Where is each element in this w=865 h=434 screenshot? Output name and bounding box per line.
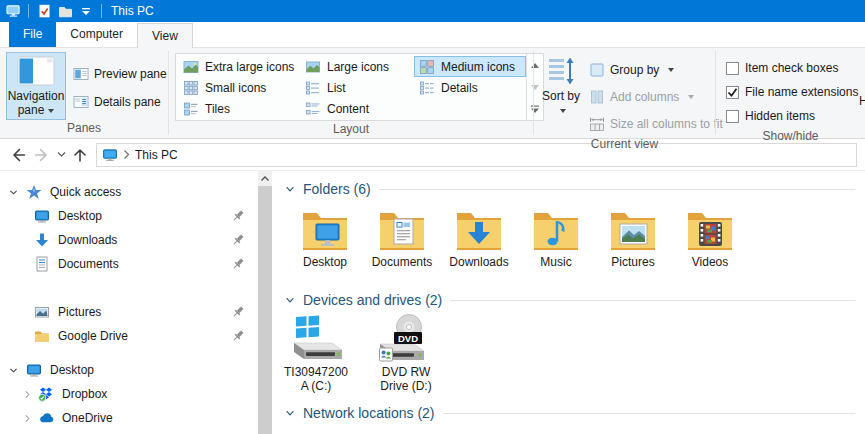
sidebar-item-desktop[interactable]: Desktop xyxy=(0,204,258,228)
folder-tile-downloads[interactable]: Downloads xyxy=(442,207,516,269)
drive-tile-dvd[interactable]: DVD DVD RW Drive (D:) xyxy=(362,314,450,393)
details-pane-button[interactable]: Details pane xyxy=(68,89,172,114)
group-header-folders[interactable]: Folders (6) xyxy=(284,180,855,198)
item-label[interactable]: Desktop xyxy=(303,255,347,269)
tiles-option[interactable]: Tiles xyxy=(178,98,300,119)
item-label[interactable]: Music xyxy=(540,255,571,269)
collapse-chevron-icon[interactable] xyxy=(284,183,296,195)
group-by-button[interactable]: Group by xyxy=(584,58,728,82)
sidebar-item-label[interactable]: Google Drive xyxy=(58,329,128,343)
drive-tile-c[interactable]: TI30947200 A (C:) xyxy=(272,314,360,393)
pin-icon[interactable] xyxy=(230,304,246,320)
extra-large-icons-label: Extra large icons xyxy=(205,60,294,74)
expand-chevron-down-icon[interactable] xyxy=(6,365,20,376)
group-by-icon xyxy=(589,62,605,78)
expand-chevron-down-icon[interactable] xyxy=(6,187,20,198)
item-label[interactable]: Documents xyxy=(372,255,433,269)
size-all-columns-button-disabled[interactable]: Size all columns to fit xyxy=(584,112,728,136)
sidebar-item-label[interactable]: Desktop xyxy=(50,363,94,377)
tab-file[interactable]: File xyxy=(9,22,56,47)
item-check-boxes-checkbox[interactable]: Item check boxes xyxy=(726,56,865,80)
sidebar-item-label[interactable]: Dropbox xyxy=(62,387,107,401)
sort-by-icon xyxy=(547,56,575,86)
folder-tile-desktop[interactable]: Desktop xyxy=(288,207,362,269)
navigation-pane-button[interactable]: Navigation pane xyxy=(6,52,66,120)
group-title[interactable]: Network locations (2) xyxy=(303,405,435,421)
folder-tile-documents[interactable]: Documents xyxy=(365,207,439,269)
medium-icons-option-selected[interactable]: Medium icons xyxy=(414,56,526,77)
sidebar-item-label[interactable]: Quick access xyxy=(50,185,121,199)
layout-group-label: Layout xyxy=(169,121,533,138)
extra-large-icons-option[interactable]: Extra large icons xyxy=(178,56,300,77)
sidebar-item-label[interactable]: Documents xyxy=(58,257,119,271)
window-title: This PC xyxy=(111,4,154,18)
sidebar-item-google-drive[interactable]: Google Drive xyxy=(0,324,258,348)
file-name-extensions-checkbox[interactable]: File name extensions xyxy=(726,80,865,104)
group-title[interactable]: Devices and drives (2) xyxy=(303,292,442,308)
sidebar-item-label[interactable]: OneDrive xyxy=(62,411,113,425)
back-button[interactable] xyxy=(6,143,30,167)
folder-tile-pictures[interactable]: Pictures xyxy=(596,207,670,269)
forward-button-disabled[interactable] xyxy=(30,143,54,167)
breadcrumb-location[interactable]: This PC xyxy=(135,148,178,162)
sidebar-scrollbar[interactable] xyxy=(258,171,272,434)
sort-by-button[interactable]: Sort by xyxy=(540,52,582,136)
scrollbar-thumb[interactable] xyxy=(258,186,272,434)
pin-icon[interactable] xyxy=(230,256,246,272)
hidden-items-checkbox[interactable]: Hidden items xyxy=(726,104,865,128)
group-header-network[interactable]: Network locations (2) xyxy=(284,404,855,422)
sidebar-item-onedrive[interactable]: OneDrive xyxy=(0,406,258,430)
properties-button[interactable] xyxy=(35,2,53,20)
folder-tile-videos[interactable]: Videos xyxy=(673,207,747,269)
content-option[interactable]: Content xyxy=(300,98,414,119)
address-bar[interactable]: This PC xyxy=(96,143,857,167)
recent-locations-dropdown[interactable] xyxy=(54,143,68,167)
add-columns-button-disabled[interactable]: Add columns xyxy=(584,85,728,109)
details-option[interactable]: Details xyxy=(414,77,526,98)
scrollbar-up-arrow[interactable] xyxy=(258,171,272,186)
breadcrumb-chevron-icon[interactable] xyxy=(123,149,130,160)
group-header-devices[interactable]: Devices and drives (2) xyxy=(284,291,855,309)
content-icon xyxy=(305,101,321,117)
preview-pane-button[interactable]: Preview pane xyxy=(68,61,172,86)
sidebar-item-label[interactable]: Pictures xyxy=(58,305,101,319)
expand-chevron-right-icon[interactable] xyxy=(20,389,34,400)
list-option[interactable]: List xyxy=(300,77,414,98)
sidebar-spacer xyxy=(0,348,258,358)
collapse-chevron-icon[interactable] xyxy=(284,407,296,419)
expand-chevron-right-icon[interactable] xyxy=(20,413,34,424)
file-explorer-window: This PC File Computer View Navigation pa… xyxy=(0,0,865,434)
sidebar-item-desktop-tree[interactable]: Desktop xyxy=(0,358,258,382)
dropdown-caret-icon xyxy=(688,95,694,99)
sidebar-item-label[interactable]: Desktop xyxy=(58,209,102,223)
sidebar-item-label[interactable]: Downloads xyxy=(58,233,117,247)
tab-view[interactable]: View xyxy=(137,23,193,48)
up-button[interactable] xyxy=(68,143,92,167)
tab-computer[interactable]: Computer xyxy=(56,22,137,47)
item-label[interactable]: Videos xyxy=(692,255,728,269)
drive-label-line2[interactable]: Drive (D:) xyxy=(380,379,431,393)
sidebar-item-pictures[interactable]: Pictures xyxy=(0,300,258,324)
drive-label-line1[interactable]: TI30947200 xyxy=(284,365,348,379)
large-icons-option[interactable]: Large icons xyxy=(300,56,414,77)
sidebar-item-dropbox[interactable]: Dropbox xyxy=(0,382,258,406)
group-title[interactable]: Folders (6) xyxy=(303,181,371,197)
small-icons-option[interactable]: Small icons xyxy=(178,77,300,98)
collapse-chevron-icon[interactable] xyxy=(284,294,296,306)
sidebar-item-documents[interactable]: Documents xyxy=(0,252,258,276)
drive-label-line2[interactable]: A (C:) xyxy=(284,379,348,393)
drive-label-line1[interactable]: DVD RW xyxy=(380,365,431,379)
pin-icon[interactable] xyxy=(230,208,246,224)
pin-icon[interactable] xyxy=(230,232,246,248)
folder-tile-music[interactable]: Music xyxy=(519,207,593,269)
new-folder-button[interactable] xyxy=(56,2,74,20)
hide-selected-items-button-partial[interactable]: H xyxy=(859,94,865,108)
item-label[interactable]: Pictures xyxy=(611,255,654,269)
pin-icon[interactable] xyxy=(230,328,246,344)
sidebar-item-downloads[interactable]: Downloads xyxy=(0,228,258,252)
item-label[interactable]: Downloads xyxy=(449,255,508,269)
customize-quick-access-toolbar-button[interactable] xyxy=(77,2,95,20)
group-by-label: Group by xyxy=(610,63,659,77)
navigation-pane-label: Navigation pane xyxy=(8,89,65,117)
sidebar-item-quick-access[interactable]: Quick access xyxy=(0,180,258,204)
